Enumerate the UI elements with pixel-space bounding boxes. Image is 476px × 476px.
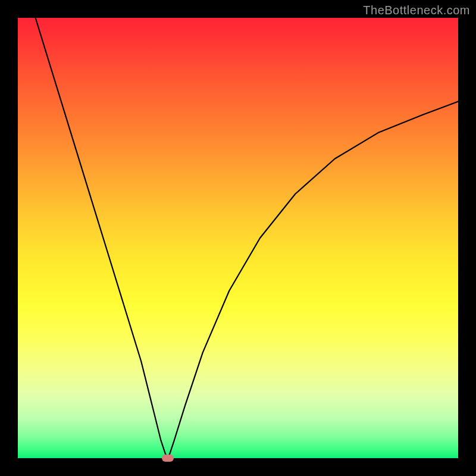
bottleneck-curve	[18, 18, 458, 458]
chart-frame: TheBottleneck.com	[0, 0, 476, 476]
optimal-point-marker	[162, 455, 174, 462]
plot-area	[18, 18, 458, 458]
watermark-text: TheBottleneck.com	[363, 4, 470, 17]
